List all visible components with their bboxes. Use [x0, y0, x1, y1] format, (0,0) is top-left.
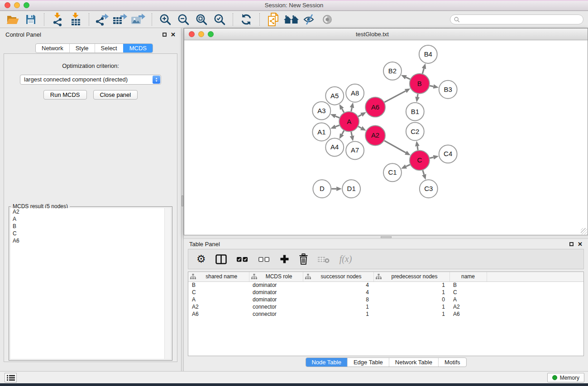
tab-node-table[interactable]: Node Table — [306, 358, 347, 367]
table-cell[interactable]: 1 — [373, 303, 449, 310]
export-image-icon[interactable] — [131, 12, 146, 27]
table-cell[interactable]: A2 — [449, 303, 487, 310]
table-cell[interactable]: 8 — [303, 296, 373, 303]
graph-node-A[interactable]: A — [339, 112, 359, 132]
float-panel-icon[interactable] — [163, 33, 167, 37]
tab-mcds[interactable]: MCDS — [123, 44, 153, 52]
tab-select[interactable]: Select — [95, 44, 123, 52]
table-row[interactable]: Bdominator41B — [188, 281, 583, 289]
minimize-network-window-button[interactable] — [198, 31, 204, 37]
table-cell[interactable]: 1 — [303, 303, 373, 310]
graph-edge-A-A2[interactable] — [358, 126, 361, 128]
graph-edge-A-A1[interactable] — [335, 125, 339, 127]
show-panels-list-button[interactable] — [5, 373, 17, 382]
close-panel-icon[interactable]: ✕ — [171, 32, 176, 38]
table-row[interactable]: Adominator80A — [188, 296, 583, 303]
table-cell[interactable]: 1 — [373, 281, 449, 289]
table-cell[interactable]: 4 — [303, 281, 373, 289]
network-graph[interactable]: B4B2BB3A8A5A6A3B1AC2A1A2A4A7C4CC1C3DD1 — [184, 40, 588, 235]
graph-node-A5[interactable]: A5 — [325, 87, 344, 105]
graph-node-A1[interactable]: A1 — [312, 123, 330, 141]
graph-edge-A-A5[interactable] — [342, 109, 344, 112]
graph-node-B4[interactable]: B4 — [419, 45, 437, 63]
table-cell[interactable]: 1 — [303, 310, 373, 318]
table-cell[interactable]: A — [188, 296, 249, 303]
table-cell[interactable]: C — [188, 289, 249, 296]
column-header-successor-nodes[interactable]: successor nodes — [303, 272, 373, 281]
graph-node-C3[interactable]: C3 — [420, 180, 438, 198]
column-header-name[interactable]: name — [449, 272, 487, 281]
graph-edge-C-C4[interactable] — [430, 157, 433, 158]
table-cell[interactable]: B — [188, 281, 249, 289]
zoom-fit-icon[interactable] — [194, 12, 209, 27]
table-cell[interactable]: 0 — [373, 296, 449, 303]
table-gear-icon[interactable]: ⚙ — [196, 254, 206, 264]
table-cell[interactable]: A6 — [188, 310, 249, 318]
float-table-panel-icon[interactable] — [569, 242, 574, 246]
export-network-icon[interactable] — [95, 12, 110, 27]
show-graphics-details-icon[interactable] — [320, 12, 335, 27]
tab-motifs[interactable]: Motifs — [438, 358, 466, 367]
graph-node-A2[interactable]: A2 — [365, 126, 385, 146]
tab-network-table[interactable]: Network Table — [389, 358, 438, 367]
graph-node-A3[interactable]: A3 — [312, 102, 330, 120]
search-field[interactable] — [450, 14, 583, 24]
zoom-network-window-button[interactable] — [208, 31, 214, 37]
table-row[interactable]: A6connector11A6 — [188, 310, 583, 318]
graph-node-C2[interactable]: C2 — [406, 123, 424, 141]
graph-node-B3[interactable]: B3 — [439, 81, 457, 99]
graph-edge-B-B3[interactable] — [430, 86, 433, 86]
zoom-window-button[interactable] — [24, 2, 29, 8]
mcds-result-item[interactable]: C — [10, 230, 171, 237]
table-cell[interactable]: 1 — [373, 289, 449, 296]
network-canvas[interactable]: B4B2BB3A8A5A6A3B1AC2A1A2A4A7C4CC1C3DD1 — [184, 40, 588, 235]
graph-node-A8[interactable]: A8 — [346, 84, 364, 102]
zoom-out-icon[interactable] — [176, 12, 191, 27]
clipboard-network-icon[interactable] — [265, 12, 281, 27]
close-network-window-button[interactable] — [189, 31, 195, 37]
add-column-icon[interactable] — [280, 254, 289, 264]
column-header-MCDS-role[interactable]: MCDS role — [249, 272, 303, 281]
hide-annotations-icon[interactable] — [301, 12, 317, 27]
table-cell[interactable]: dominator — [249, 289, 303, 296]
graph-node-A4[interactable]: A4 — [325, 138, 344, 156]
tab-network[interactable]: Network — [36, 44, 69, 52]
table-row[interactable]: Cdominator41C — [188, 289, 583, 296]
graph-node-D[interactable]: D — [313, 180, 331, 198]
show-columns-icon[interactable] — [215, 254, 227, 264]
mcds-result-item[interactable]: A — [10, 215, 171, 223]
graph-edge-A-A8[interactable] — [351, 108, 352, 111]
open-file-icon[interactable] — [5, 12, 20, 27]
graph-edge-A6-B[interactable] — [384, 91, 406, 102]
search-input[interactable] — [462, 15, 583, 24]
table-cell[interactable]: connector — [249, 310, 303, 318]
table-cell[interactable]: 1 — [373, 310, 449, 318]
home-icon[interactable] — [283, 12, 299, 27]
criterion-dropdown[interactable]: largest connected component (directed) ▲… — [20, 75, 161, 85]
graph-edge-C-C1[interactable] — [406, 165, 410, 167]
memory-button[interactable]: Memory — [547, 373, 584, 382]
zoom-in-icon[interactable] — [158, 12, 173, 27]
graph-edge-A-A3[interactable] — [335, 116, 339, 118]
graph-edge-A-A4[interactable] — [342, 131, 344, 134]
close-window-button[interactable] — [5, 2, 10, 8]
horizontal-split-divider[interactable] — [184, 235, 588, 239]
graph-node-B2[interactable]: B2 — [383, 62, 402, 80]
table-cell[interactable]: A — [449, 296, 487, 303]
zoom-selected-icon[interactable] — [212, 12, 227, 27]
mcds-result-item[interactable]: B — [10, 223, 171, 230]
graph-edge-A-A7[interactable] — [351, 132, 352, 136]
import-network-icon[interactable] — [50, 12, 65, 27]
minimize-window-button[interactable] — [14, 2, 20, 8]
graph-node-B[interactable]: B — [410, 74, 430, 94]
export-table-icon[interactable] — [113, 12, 128, 27]
column-header-predecessor-nodes[interactable]: predecessor nodes — [373, 272, 449, 281]
tab-edge-table[interactable]: Edge Table — [347, 358, 389, 367]
divider-handle[interactable] — [381, 236, 392, 238]
table-row[interactable]: A2connector11A2 — [188, 303, 583, 310]
graph-edge-C-C2[interactable] — [417, 146, 418, 150]
graph-edge-C-C3[interactable] — [423, 170, 424, 175]
resize-grip-icon[interactable] — [581, 228, 587, 234]
select-all-columns-icon[interactable] — [236, 256, 249, 263]
mcds-result-item[interactable]: A2 — [10, 208, 171, 215]
